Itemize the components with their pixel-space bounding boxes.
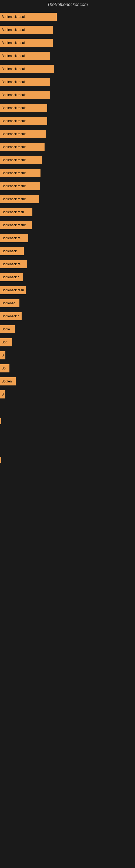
bar-label-14: Bottleneck result [2, 184, 26, 188]
spacer-2 [0, 440, 135, 457]
bottleneck-bar-7: Bottleneck result [0, 91, 50, 99]
bar-label-28: Bo [2, 367, 6, 370]
bar-row-15: Bottleneck result [0, 193, 135, 206]
bar-label-25: Bottle [2, 328, 10, 331]
bottleneck-bar-22: Bottleneck resu [0, 286, 26, 294]
spacer-4 [0, 479, 135, 495]
bar-row-30: B [0, 388, 135, 401]
bar-row-19: Bottleneck [0, 245, 135, 258]
bottleneck-bar-26: Bott [0, 338, 12, 346]
bar-row-24: Bottleneck r [0, 310, 135, 323]
bar-row-4: Bottleneck result [0, 50, 135, 62]
bar-label-23: Bottlenec [2, 301, 15, 305]
bottleneck-bar-12: Bottleneck result [0, 156, 42, 164]
bottleneck-bar-30: B [0, 390, 5, 399]
bar-row-9: Bottleneck result [0, 115, 135, 127]
bar-label-30: B [2, 393, 4, 396]
bar-label-29: Bottlen [2, 379, 12, 383]
bottleneck-bar-18: Bottleneck re [0, 234, 28, 242]
bar-label-17: Bottleneck result [2, 223, 26, 227]
bar-row-5: Bottleneck result [0, 62, 135, 75]
bottom-spacer [0, 402, 135, 418]
bar-label-12: Bottleneck result [2, 158, 26, 162]
bar-row-28: Bo [0, 362, 135, 375]
bottleneck-bar-25: Bottle [0, 325, 15, 333]
bar-label-24: Bottleneck r [2, 314, 18, 318]
bar-label-19: Bottleneck [2, 249, 17, 253]
spacer-3 [0, 463, 135, 479]
bar-row-16: Bottleneck resu [0, 206, 135, 219]
bar-label-15: Bottleneck result [2, 197, 26, 201]
bar-row-25: Bottle [0, 323, 135, 336]
bar-label-13: Bottleneck result [2, 171, 26, 175]
bar-row-20: Bottleneck re [0, 258, 135, 271]
bottleneck-bar-16: Bottleneck resu [0, 208, 32, 216]
bottleneck-bar-9: Bottleneck result [0, 117, 47, 125]
bottleneck-bar-2: Bottleneck result [0, 26, 53, 34]
bottleneck-bar-24: Bottleneck r [0, 312, 21, 320]
small-bar-2 [0, 457, 1, 463]
bar-label-26: Bott [2, 340, 7, 344]
bottleneck-bar-6: Bottleneck result [0, 78, 50, 86]
bottleneck-bar-20: Bottleneck re [0, 260, 27, 268]
bar-row-14: Bottleneck result [0, 180, 135, 193]
bar-label-4: Bottleneck result [2, 54, 26, 58]
bar-row-18: Bottleneck re [0, 231, 135, 245]
bottleneck-bar-1: Bottleneck result [0, 13, 57, 21]
bar-row-13: Bottleneck result [0, 166, 135, 180]
bottleneck-bar-10: Bottleneck result [0, 130, 46, 138]
bottleneck-bar-3: Bottleneck result [0, 39, 53, 47]
bottleneck-bar-17: Bottleneck result [0, 221, 32, 229]
bar-label-10: Bottleneck result [2, 132, 26, 136]
bottleneck-bar-19: Bottleneck [0, 247, 24, 255]
bottleneck-bar-15: Bottleneck result [0, 195, 39, 203]
bar-row-8: Bottleneck result [0, 101, 135, 115]
bottleneck-bar-27: B [0, 351, 5, 360]
bar-row-12: Bottleneck result [0, 154, 135, 166]
bar-row-22: Bottleneck resu [0, 284, 135, 297]
bar-row-1: Bottleneck result [0, 10, 135, 23]
bar-label-21: Bottleneck r [2, 275, 18, 279]
bar-label-8: Bottleneck result [2, 106, 26, 110]
bar-label-3: Bottleneck result [2, 41, 26, 45]
bar-label-6: Bottleneck result [2, 80, 26, 84]
site-title: TheBottlenecker.com [0, 0, 135, 9]
bar-label-2: Bottleneck result [2, 28, 26, 32]
bar-row-27: B [0, 349, 135, 362]
bar-label-5: Bottleneck result [2, 67, 26, 71]
bottleneck-bar-14: Bottleneck result [0, 182, 40, 190]
bar-row-11: Bottleneck result [0, 141, 135, 154]
bottleneck-bar-11: Bottleneck result [0, 143, 45, 151]
bar-row-10: Bottleneck result [0, 127, 135, 141]
bottleneck-bar-5: Bottleneck result [0, 65, 54, 73]
page-wrapper: TheBottlenecker.com Bottleneck resultBot… [0, 0, 135, 495]
bar-row-23: Bottlenec [0, 297, 135, 310]
bar-row-2: Bottleneck result [0, 23, 135, 36]
bar-label-22: Bottleneck resu [2, 288, 24, 292]
bar-label-18: Bottleneck re [2, 236, 20, 240]
bottleneck-bar-8: Bottleneck result [0, 104, 47, 112]
bar-label-1: Bottleneck result [2, 15, 26, 19]
bottleneck-bar-4: Bottleneck result [0, 52, 50, 60]
bar-label-7: Bottleneck result [2, 93, 26, 97]
bottleneck-bar-29: Bottlen [0, 377, 16, 385]
bar-label-11: Bottleneck result [2, 145, 26, 149]
bar-row-17: Bottleneck result [0, 219, 135, 231]
bar-row-7: Bottleneck result [0, 88, 135, 101]
bars-container: Bottleneck resultBottleneck resultBottle… [0, 9, 135, 402]
bar-row-3: Bottleneck result [0, 36, 135, 50]
bottleneck-bar-28: Bo [0, 364, 9, 372]
bar-label-9: Bottleneck result [2, 119, 26, 123]
bar-label-27: B [2, 353, 4, 357]
small-bar-1 [0, 418, 1, 424]
bottleneck-bar-13: Bottleneck result [0, 169, 41, 177]
bar-label-16: Bottleneck resu [2, 210, 24, 214]
bar-row-29: Bottlen [0, 375, 135, 388]
bottleneck-bar-23: Bottlenec [0, 299, 19, 307]
bar-row-26: Bott [0, 336, 135, 349]
bar-row-21: Bottleneck r [0, 271, 135, 284]
bar-row-6: Bottleneck result [0, 75, 135, 88]
bar-label-20: Bottleneck re [2, 262, 20, 266]
bottleneck-bar-21: Bottleneck r [0, 273, 23, 281]
